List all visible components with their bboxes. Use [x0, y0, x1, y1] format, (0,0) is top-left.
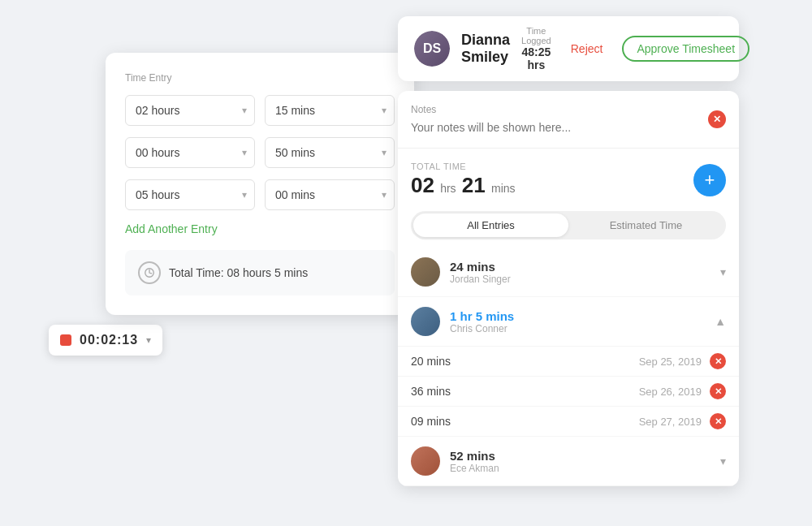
- time-row-2: 00 hours 01 hours 02 hours 50 mins 30 mi…: [125, 137, 395, 168]
- total-time-value: 02 hrs 21 mins: [411, 173, 516, 198]
- ece-entry-info: 52 mins Ece Akman: [450, 449, 710, 474]
- hrs-unit: hrs: [440, 182, 456, 195]
- jordan-avatar: [411, 257, 440, 287]
- notes-clear-button[interactable]: ✕: [708, 110, 726, 128]
- total-time-text: Total Time: 08 hours 5 mins: [169, 266, 308, 279]
- list-item: 1 hr 5 mins Chris Conner ▲: [398, 297, 739, 347]
- total-time-label: TOTAL TIME: [411, 162, 516, 171]
- hours-select-3-wrap: 05 hours 04 hours 06 hours: [125, 179, 255, 210]
- delete-sub-entry-3-button[interactable]: ✕: [710, 413, 726, 429]
- entries-card: Notes ✕ TOTAL TIME 02 hrs 21 mins + All …: [398, 91, 739, 486]
- chris-name: Chris Conner: [450, 323, 705, 334]
- clock-icon: [138, 261, 161, 284]
- hours-select-1-wrap: 02 hours 01 hours 03 hours: [125, 95, 255, 126]
- jordan-name: Jordan Singer: [450, 274, 710, 285]
- time-row-1: 02 hours 01 hours 03 hours 15 mins 30 mi…: [125, 95, 395, 126]
- list-item: 52 mins Ece Akman ▾: [398, 437, 739, 486]
- notes-field[interactable]: [411, 121, 700, 134]
- hours-select-1[interactable]: 02 hours 01 hours 03 hours: [125, 95, 255, 126]
- delete-sub-entry-1-button[interactable]: ✕: [710, 353, 726, 369]
- time-logged-label: Time Logged: [521, 26, 551, 45]
- sub-date-1: Sep 25, 2019: [476, 356, 702, 368]
- time-logged-block: Time Logged 48:25 hrs: [521, 26, 551, 71]
- sub-date-3: Sep 27, 2019: [476, 416, 702, 428]
- right-panel: DS Dianna Smiley Time Logged 48:25 hrs R…: [398, 16, 739, 486]
- sub-entry-2: 36 mins Sep 26, 2019 ✕: [398, 377, 739, 407]
- time-logged-value: 48:25 hrs: [521, 45, 551, 71]
- dianna-avatar: DS: [414, 31, 450, 67]
- time-row-3: 05 hours 04 hours 06 hours 00 mins 15 mi…: [125, 179, 395, 210]
- entry-list: 24 mins Jordan Singer ▾ 1 hr 5 mins Chri…: [398, 248, 739, 486]
- total-time-info: TOTAL TIME 02 hrs 21 mins: [411, 162, 516, 198]
- chris-chevron-icon[interactable]: ▲: [715, 315, 726, 328]
- mins-select-3[interactable]: 00 mins 15 mins 30 mins: [265, 179, 395, 210]
- list-item: 24 mins Jordan Singer ▾: [398, 248, 739, 297]
- jordan-entry-info: 24 mins Jordan Singer: [450, 260, 710, 285]
- total-hours: 02: [411, 173, 434, 197]
- mins-select-1-wrap: 15 mins 30 mins 45 mins: [265, 95, 395, 126]
- sub-time-2: 36 mins: [411, 385, 476, 398]
- timer-widget: 00:02:13 ▾: [49, 325, 162, 356]
- sub-time-3: 09 mins: [411, 415, 476, 428]
- mins-select-2-wrap: 50 mins 30 mins 45 mins: [265, 137, 395, 168]
- sub-time-1: 20 mins: [411, 355, 476, 368]
- total-time-bar: Total Time: 08 hours 5 mins: [125, 250, 395, 295]
- sub-entry-1: 20 mins Sep 25, 2019 ✕: [398, 347, 739, 377]
- hours-select-2-wrap: 00 hours 01 hours 02 hours: [125, 137, 255, 168]
- ece-time: 52 mins: [450, 449, 710, 463]
- reject-button[interactable]: Reject: [563, 37, 611, 60]
- total-time-section: TOTAL TIME 02 hrs 21 mins +: [398, 149, 739, 206]
- hours-select-2[interactable]: 00 hours 01 hours 02 hours: [125, 137, 255, 168]
- ece-chevron-icon[interactable]: ▾: [720, 455, 726, 468]
- timer-recording-dot: [60, 334, 71, 346]
- jordan-time: 24 mins: [450, 260, 710, 274]
- mins-unit: mins: [491, 182, 516, 195]
- total-mins: 21: [462, 173, 486, 197]
- mins-select-3-wrap: 00 mins 15 mins 30 mins: [265, 179, 395, 210]
- chris-avatar: [411, 307, 440, 336]
- notes-section: Notes ✕: [398, 91, 739, 149]
- user-name: Dianna Smiley: [461, 32, 510, 66]
- approve-button[interactable]: Approve Timesheet: [622, 36, 749, 62]
- delete-sub-entry-2-button[interactable]: ✕: [710, 383, 726, 399]
- hours-select-3[interactable]: 05 hours 04 hours 06 hours: [125, 179, 255, 210]
- time-entry-label: Time Entry: [125, 72, 395, 84]
- timer-display: 00:02:13: [80, 333, 138, 347]
- notes-label: Notes: [411, 104, 700, 115]
- jordan-chevron-icon[interactable]: ▾: [720, 265, 726, 278]
- notes-input-wrap: Notes: [411, 104, 700, 135]
- approval-bar: DS Dianna Smiley Time Logged 48:25 hrs R…: [398, 16, 739, 81]
- tab-all-entries[interactable]: All Entries: [413, 213, 568, 237]
- add-entry-link[interactable]: Add Another Entry: [125, 222, 218, 235]
- time-entry-panel: Time Entry 02 hours 01 hours 03 hours 15…: [106, 53, 414, 315]
- tab-switcher: All Entries Estimated Time: [411, 211, 726, 239]
- chris-time: 1 hr 5 mins: [450, 309, 705, 323]
- chris-entry-info: 1 hr 5 mins Chris Conner: [450, 309, 705, 334]
- tab-estimated-time[interactable]: Estimated Time: [568, 213, 723, 237]
- ece-name: Ece Akman: [450, 463, 710, 474]
- add-time-button[interactable]: +: [693, 164, 726, 196]
- sub-date-2: Sep 26, 2019: [476, 386, 702, 398]
- dianna-avatar-placeholder: DS: [414, 31, 450, 67]
- sub-entry-3: 09 mins Sep 27, 2019 ✕: [398, 407, 739, 437]
- timer-chevron-icon[interactable]: ▾: [146, 334, 151, 346]
- mins-select-1[interactable]: 15 mins 30 mins 45 mins: [265, 95, 395, 126]
- mins-select-2[interactable]: 50 mins 30 mins 45 mins: [265, 137, 395, 168]
- ece-avatar: [411, 446, 440, 476]
